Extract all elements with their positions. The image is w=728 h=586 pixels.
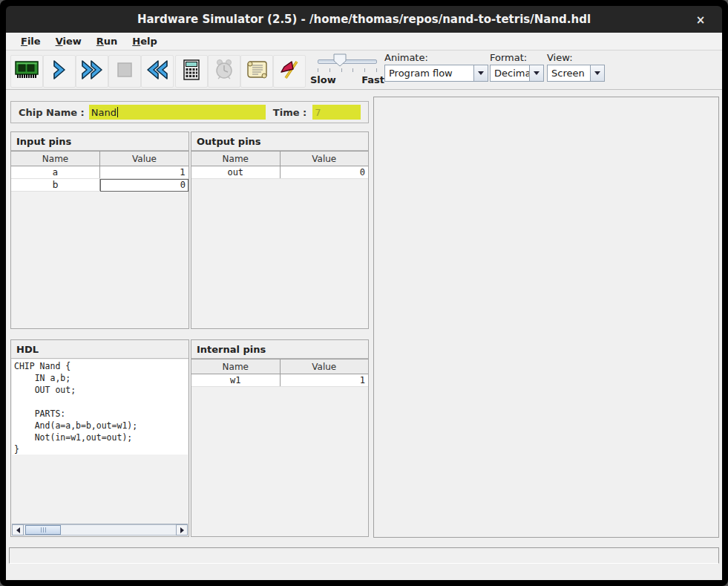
format-select[interactable]: Decimal <box>490 65 544 82</box>
column-header-name[interactable]: Name <box>11 152 100 166</box>
pin-name[interactable]: a <box>11 166 100 179</box>
table-row[interactable]: out 0 <box>191 166 368 179</box>
hdl-title: HDL <box>11 340 188 359</box>
window-title: Hardware Simulator (2.5) - /home/thomas/… <box>137 13 591 26</box>
hdl-code-view[interactable]: CHIP Nand { IN a,b; OUT out; PARTS: And(… <box>12 359 188 455</box>
animate-label: Animate: <box>384 52 488 63</box>
evaluate-button[interactable] <box>175 55 208 88</box>
slider-slow-label: Slow <box>310 74 336 85</box>
run-button[interactable] <box>76 55 108 88</box>
status-message-bar <box>9 547 719 564</box>
output-pins-title: Output pins <box>191 132 368 151</box>
chevron-down-icon[interactable] <box>529 65 543 81</box>
stop-button <box>108 55 141 88</box>
chip-name-input[interactable]: Nand <box>89 105 266 120</box>
column-header-value[interactable]: Value <box>280 359 368 374</box>
hdl-horizontal-scrollbar[interactable] <box>12 524 188 535</box>
table-row[interactable]: b 0 <box>11 179 188 192</box>
chevron-down-icon[interactable] <box>590 65 604 81</box>
scroll-icon <box>245 59 269 84</box>
toolbar: Slow Fast Animate: Program flow Format: … <box>6 51 722 90</box>
column-header-name[interactable]: Name <box>191 152 280 166</box>
column-header-name[interactable]: Name <box>191 359 280 374</box>
title-bar[interactable]: Hardware Simulator (2.5) - /home/thomas/… <box>6 6 722 33</box>
format-value: Decimal <box>491 65 529 81</box>
app-window: Hardware Simulator (2.5) - /home/thomas/… <box>0 0 728 586</box>
hdl-panel: HDL CHIP Nand { IN a,b; OUT out; PARTS: … <box>10 339 189 537</box>
time-field: 7 <box>312 105 361 120</box>
reset-button[interactable] <box>141 55 174 88</box>
alarm-clock-icon <box>213 58 235 85</box>
view-label: View: <box>547 52 605 63</box>
scrollbar-thumb[interactable] <box>25 525 61 535</box>
internal-pins-title: Internal pins <box>191 340 368 359</box>
view-group: View: Screen <box>547 52 605 82</box>
input-pins-panel: Input pins Name Value a 1 b 0 <box>10 131 189 329</box>
slider-fast-label: Fast <box>361 74 384 85</box>
pin-value-editing[interactable]: 0 <box>100 179 189 192</box>
input-pins-table: Name Value a 1 b 0 <box>11 151 188 192</box>
pin-name[interactable]: b <box>11 179 100 192</box>
internal-pins-table: Name Value w1 1 <box>191 359 368 387</box>
pin-value[interactable]: 0 <box>280 166 368 179</box>
menu-file[interactable]: File <box>13 34 48 48</box>
chevron-down-icon[interactable] <box>473 65 488 81</box>
text-caret <box>117 107 118 117</box>
animate-value: Program flow <box>385 65 473 81</box>
pin-value[interactable]: 1 <box>280 374 368 387</box>
pin-value[interactable]: 1 <box>100 166 189 179</box>
chevron-right-icon <box>50 59 68 84</box>
menu-run[interactable]: Run <box>89 34 125 48</box>
screen-view-panel <box>373 97 719 538</box>
single-step-button[interactable] <box>43 55 76 88</box>
slider-ticks <box>318 68 377 72</box>
table-row[interactable]: a 1 <box>11 166 188 179</box>
flag-icon <box>278 59 301 84</box>
view-select[interactable]: Screen <box>547 65 605 82</box>
double-chevron-left-icon <box>145 59 170 84</box>
memory-chip-icon <box>13 59 40 84</box>
pin-name[interactable]: out <box>191 166 280 179</box>
animate-group: Animate: Program flow <box>384 52 488 82</box>
clock-button <box>208 55 240 88</box>
menu-bar: File View Run Help <box>6 33 722 51</box>
slider-thumb[interactable] <box>333 53 347 70</box>
scroll-right-arrow-icon[interactable] <box>176 524 188 535</box>
slider-track[interactable] <box>318 59 377 64</box>
close-button[interactable]: × <box>692 12 709 28</box>
time-label: Time : <box>273 107 306 118</box>
pin-name[interactable]: w1 <box>191 374 280 387</box>
view-value: Screen <box>548 65 590 81</box>
load-chip-button[interactable] <box>10 55 43 88</box>
output-pins-panel: Output pins Name Value out 0 <box>191 131 369 329</box>
column-header-value[interactable]: Value <box>280 152 368 166</box>
output-pins-table: Name Value out 0 <box>191 151 368 179</box>
scroll-left-arrow-icon[interactable] <box>12 524 24 535</box>
animate-select[interactable]: Program flow <box>384 65 488 82</box>
double-chevron-right-icon <box>79 59 105 84</box>
internal-pins-panel: Internal pins Name Value w1 1 <box>191 339 369 537</box>
table-row[interactable]: w1 1 <box>191 374 368 387</box>
chip-name-label: Chip Name : <box>19 107 85 118</box>
calculator-icon <box>181 58 202 85</box>
view-hdl-button[interactable] <box>240 55 273 88</box>
menu-view[interactable]: View <box>48 34 89 48</box>
chip-name-bar: Chip Name : Nand Time : 7 <box>10 101 369 123</box>
menu-help[interactable]: Help <box>125 34 164 48</box>
stop-square-icon <box>116 61 134 82</box>
format-group: Format: Decimal <box>490 52 544 82</box>
format-label: Format: <box>490 52 544 63</box>
column-header-value[interactable]: Value <box>100 152 189 166</box>
scrollbar-track[interactable] <box>24 524 176 535</box>
input-pins-title: Input pins <box>11 132 188 151</box>
window-content: File View Run Help <box>6 33 722 580</box>
speed-slider: Slow Fast <box>310 52 384 88</box>
breakpoints-button[interactable] <box>273 55 306 88</box>
